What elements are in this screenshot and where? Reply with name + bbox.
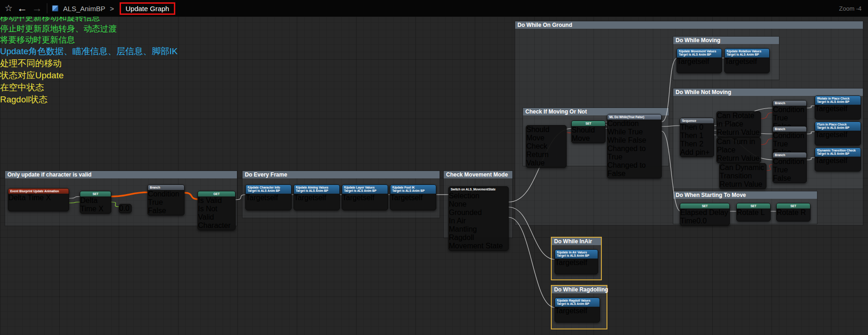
update-aiming-values[interactable]: fUpdate Aiming ValuesTarget is ALS Anim … <box>294 184 340 210</box>
pin-should-move[interactable]: Should Move <box>572 126 605 143</box>
pin-true[interactable]: True <box>773 140 806 148</box>
comment-title[interactable]: Do While InAir <box>552 238 601 245</box>
update-ragdoll-values[interactable]: fUpdate Ragdoll ValuesTarget is ALS Anim… <box>555 297 600 322</box>
update-character-info[interactable]: fUpdate Character InfoTarget is ALS Anim… <box>245 184 292 210</box>
pin-condition[interactable]: Condition <box>607 120 661 128</box>
pin-rotate-l[interactable]: Rotate L <box>737 209 770 217</box>
pin-selection[interactable]: Selection <box>449 192 508 200</box>
update-movement-values[interactable]: fUpdate Movement ValuesTarget is ALS Ani… <box>677 48 722 73</box>
update-rotation-values[interactable]: fUpdate Rotation ValuesTarget is ALS Ani… <box>724 48 770 73</box>
set-rotate-r[interactable]: SETRotate R <box>776 203 811 221</box>
branch-is-valid[interactable]: BranchConditionTrueFalse <box>147 184 185 215</box>
get-character[interactable]: GETIs ValidIs Not ValidCharacter <box>198 191 236 230</box>
pin-default-value[interactable]: self <box>575 307 587 315</box>
ml-do-while-true-false[interactable]: ML Do While(True False)ConditionWhile Tr… <box>607 114 662 178</box>
comment-title[interactable]: Do While Not Moving <box>673 88 863 96</box>
set-elapsed-delay-time[interactable]: SETElapsed Delay Time0.0 <box>680 203 730 226</box>
rotate-in-place-check[interactable]: fRotate in Place CheckTarget is ALS Anim… <box>815 95 861 120</box>
update-layer-values[interactable]: fUpdate Layer ValuesTarget is ALS Anim B… <box>342 184 388 210</box>
pin-default-value[interactable]: self <box>575 259 587 266</box>
pin-target[interactable]: Targetself <box>725 57 769 66</box>
pin-return-value[interactable]: Return Value <box>717 154 760 163</box>
pin-target[interactable]: Targetself <box>815 157 861 165</box>
pin-grounded[interactable]: Grounded <box>449 209 508 217</box>
pin-default-value[interactable]: self <box>314 194 326 202</box>
pin-target[interactable]: Targetself <box>555 307 600 315</box>
pin-return-value[interactable]: Return Value <box>717 128 760 137</box>
pin-true[interactable]: True <box>773 114 806 122</box>
comment-title[interactable]: Do When Starting To Move <box>673 191 817 199</box>
pin-default-value[interactable]: self <box>836 105 847 113</box>
pin-default-value[interactable]: self <box>745 57 757 65</box>
add-pin-icon[interactable]: + <box>705 148 709 156</box>
pin-condition[interactable]: Condition <box>773 132 806 140</box>
pin-while-false[interactable]: While False <box>607 136 661 145</box>
should-move-check[interactable]: Should Move CheckReturn Value <box>526 125 567 168</box>
event-blueprint-update-animation[interactable]: Event Blueprint Update AnimationDelta Ti… <box>8 188 69 211</box>
dynamic-transition-check[interactable]: fDynamic Transition CheckTarget is ALS A… <box>815 147 861 171</box>
back-arrow-icon[interactable]: ← <box>17 0 27 17</box>
set-rotate-l[interactable]: SETRotate L <box>736 203 771 221</box>
pin-true[interactable]: True <box>148 198 184 207</box>
pin-default-value[interactable]: 0.0 <box>696 217 707 225</box>
pin-target[interactable]: Targetself <box>246 194 291 202</box>
pin-character[interactable]: Character <box>198 221 235 230</box>
set-should-move[interactable]: SETShould Move <box>571 120 606 143</box>
pin-in-air[interactable]: In Air <box>449 217 508 225</box>
pin-then-1[interactable]: Then 1 <box>680 132 714 140</box>
pin-is-valid[interactable]: Is Valid <box>198 196 235 205</box>
pin-delta-time-x[interactable]: Delta Time X <box>80 196 111 213</box>
pin-return-value[interactable]: Return Value <box>720 180 766 189</box>
pin-default-value[interactable]: self <box>411 194 422 202</box>
pin-target[interactable]: Targetself <box>677 57 721 66</box>
branch-dynamic-transition[interactable]: BranchConditionTrueFalse <box>772 152 807 183</box>
pin-ragdoll[interactable]: Ragdoll <box>449 234 508 242</box>
switch-on-als-movementstate[interactable]: Switch on ALS_MovementStateSelectionNone… <box>448 186 509 251</box>
pin-target[interactable]: Targetself <box>815 105 861 113</box>
pin-default-value[interactable]: self <box>363 194 374 202</box>
comment-title[interactable]: Only update if character is valid <box>5 171 237 178</box>
pin-true[interactable]: True <box>773 166 806 174</box>
float-literal[interactable]: 0.0 <box>119 204 132 213</box>
pin-rotate-r[interactable]: Rotate R <box>777 209 810 217</box>
pin-return-value[interactable]: Return Value <box>526 151 566 167</box>
can-turn-in-place[interactable]: Can Turn in PlaceReturn Value <box>716 137 761 163</box>
breadcrumb-asset-name[interactable]: ALS_AnimBP <box>63 5 105 13</box>
comment-title[interactable]: Do While Ragdolling <box>552 286 606 293</box>
comment-title[interactable]: Check Movement Mode <box>444 171 512 178</box>
comment-title[interactable]: Do While On Ground <box>515 21 863 29</box>
pin-target[interactable]: Targetself <box>342 194 388 202</box>
pin-delta-time-x[interactable]: Delta Time X <box>8 194 69 202</box>
pin-target[interactable]: Targetself <box>390 194 436 202</box>
pin-while-true[interactable]: While True <box>607 128 661 136</box>
pin-condition[interactable]: Condition <box>148 190 184 198</box>
pin-target[interactable]: Targetself <box>294 194 339 202</box>
pin-elapsed-delay-time[interactable]: Elapsed Delay Time0.0 <box>680 209 729 225</box>
can-rotate-in-place[interactable]: Can Rotate in PlaceReturn Value <box>716 111 761 137</box>
pin-target[interactable]: Targetself <box>555 259 598 267</box>
update-in-air-values[interactable]: fUpdate In Air ValuesTarget is ALS Anim … <box>555 249 598 274</box>
pin-none[interactable]: None <box>449 200 508 209</box>
pin-default-value[interactable]: self <box>697 57 709 65</box>
update-foot-ik[interactable]: fUpdate Foot IKTarget is ALS Anim BPTarg… <box>390 184 436 210</box>
pin-false[interactable]: False <box>773 174 806 183</box>
pin-target[interactable]: Targetself <box>815 131 861 139</box>
pin-then-2[interactable]: Then 2 <box>680 140 714 148</box>
pin-mantling[interactable]: Mantling <box>449 225 508 234</box>
node-footer-selector[interactable]: Movement State <box>449 242 508 250</box>
pin-condition[interactable]: Condition <box>773 158 806 166</box>
comment-title[interactable]: Do Every Frame <box>243 171 440 178</box>
comment-title[interactable]: Do While Moving <box>673 37 779 44</box>
pin-default-value[interactable]: self <box>836 131 847 139</box>
can-dynamic-transition[interactable]: Can Dynamic TransitionReturn Value <box>719 163 766 189</box>
graph-canvas[interactable]: Do While On GroundOnly update if charact… <box>0 0 868 335</box>
pin-default-value[interactable]: self <box>836 157 847 164</box>
pin-add-pin[interactable]: Add pin+ <box>680 148 714 157</box>
set-delta-time-x[interactable]: SETDelta Time X <box>80 191 111 214</box>
pin-condition[interactable]: Condition <box>773 106 806 114</box>
breadcrumb-current-graph[interactable]: Update Graph <box>120 2 175 15</box>
pin-then-0[interactable]: Then 0 <box>680 123 714 132</box>
favorite-star-icon[interactable]: ☆ <box>5 0 13 17</box>
pin-is-not-valid[interactable]: Is Not Valid <box>198 205 235 221</box>
turn-in-place-check[interactable]: fTurn in Place CheckTarget is ALS Anim B… <box>815 121 861 145</box>
